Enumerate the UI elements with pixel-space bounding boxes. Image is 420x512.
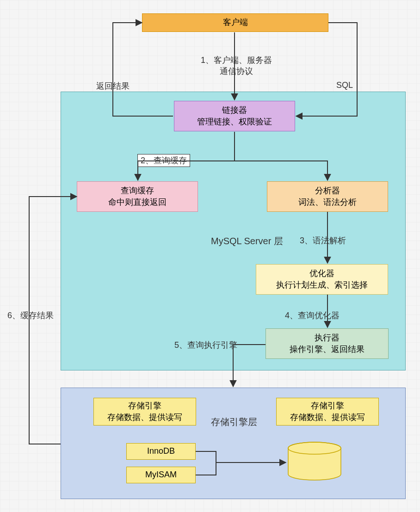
cache-l1: 查询缓存: [121, 185, 154, 197]
edge3-label: 3、语法解析: [300, 235, 346, 246]
edge4-label: 4、查询优化器: [285, 310, 340, 321]
client-label: 客户端: [223, 17, 248, 28]
executor-node: 执行器 操作引擎、返回结果: [266, 328, 389, 359]
executor-l1: 执行器: [315, 332, 340, 344]
connector-node: 链接器 管理链接、权限验证: [174, 101, 295, 131]
storage-layer-label: 存储引擎层: [211, 416, 257, 428]
data-cylinder: 数据: [287, 442, 342, 479]
engine1-node: 存储引擎 存储数据、提供读写: [93, 398, 196, 426]
connector-l2: 管理链接、权限验证: [197, 116, 272, 128]
data-label: 数据: [306, 458, 323, 469]
engine1-l2: 存储数据、提供读写: [107, 412, 182, 423]
executor-l2: 操作引擎、返回结果: [290, 344, 364, 355]
innodb-label: InnoDB: [147, 445, 175, 457]
analyzer-node: 分析器 词法、语法分析: [267, 181, 388, 212]
server-layer-label: MySQL Server 层: [211, 235, 283, 247]
edge1-label: 1、客户端、服务器 通信协议: [188, 55, 285, 77]
engine2-l2: 存储数据、提供读写: [290, 412, 365, 423]
engine2-l1: 存储引擎: [311, 400, 344, 412]
optimizer-l1: 优化器: [309, 268, 334, 279]
engine2-node: 存储引擎 存储数据、提供读写: [276, 398, 379, 426]
edge-sql-label: SQL: [336, 80, 353, 90]
svg-point-1: [288, 442, 341, 454]
edge6-label: 6、缓存结果: [7, 310, 54, 321]
client-node: 客户端: [142, 13, 328, 32]
cache-l2: 命中则直接返回: [108, 197, 167, 208]
optimizer-l2: 执行计划生成、索引选择: [276, 279, 368, 291]
analyzer-l1: 分析器: [315, 185, 340, 197]
myisam-label: MyISAM: [145, 469, 177, 481]
edge5-label: 5、查询执行引擎: [174, 339, 237, 351]
engine1-l1: 存储引擎: [128, 400, 161, 412]
svg-point-0: [288, 442, 341, 454]
optimizer-node: 优化器 执行计划生成、索引选择: [256, 264, 388, 295]
cache-node: 查询缓存 命中则直接返回: [77, 181, 198, 212]
edge2-label: 2、查询缓存: [137, 154, 190, 167]
analyzer-l2: 词法、语法分析: [298, 197, 357, 208]
innodb-node: InnoDB: [126, 443, 196, 460]
myisam-node: MyISAM: [126, 467, 196, 483]
connector-l1: 链接器: [222, 105, 247, 116]
edge-return-label: 返回结果: [96, 80, 130, 92]
